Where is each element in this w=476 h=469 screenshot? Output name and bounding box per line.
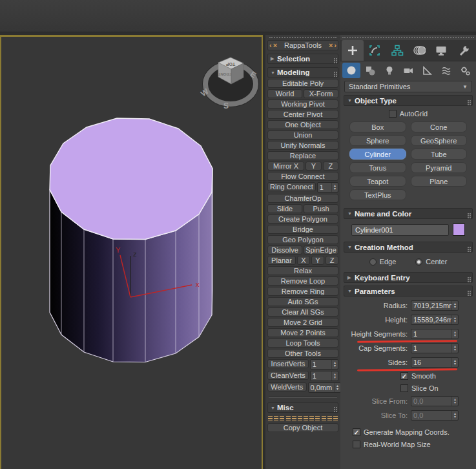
misc-icon[interactable] xyxy=(304,415,308,421)
scroll-left-icon[interactable]: ‹ xyxy=(269,41,272,49)
bridge-button[interactable]: Bridge xyxy=(267,225,338,234)
viewcube-front-label[interactable]: FRONT xyxy=(218,72,231,76)
misc-icon[interactable] xyxy=(309,415,314,421)
cleanverts-spinner[interactable]: 1 ▴▾ xyxy=(310,371,338,381)
misc-icon[interactable] xyxy=(268,415,273,421)
editable-poly-button[interactable]: Editable Poly xyxy=(267,79,338,88)
scroll-right-icon[interactable]: › xyxy=(334,41,336,49)
rollout-grip-icon[interactable] xyxy=(468,277,469,278)
cone-button[interactable]: Cone xyxy=(411,121,468,132)
slice-from-spinner[interactable]: 0,0 ▴▾ xyxy=(411,396,459,406)
generate-mapping-checkbox[interactable]: ✓ xyxy=(353,428,360,436)
move-2-points-button[interactable]: Move 2 Points xyxy=(267,328,338,337)
working-pivot-button[interactable]: Working Pivot xyxy=(267,99,338,109)
spinner-arrows-icon[interactable]: ▴▾ xyxy=(331,183,338,192)
world-button[interactable]: World xyxy=(267,89,302,98)
spinner-arrows-icon[interactable]: ▴▾ xyxy=(451,315,458,324)
spinner-arrows-icon[interactable]: ▴▾ xyxy=(451,397,458,406)
insertverts-spinner[interactable]: 1 ▴▾ xyxy=(310,359,338,370)
planar-y-button[interactable]: Y xyxy=(311,256,324,265)
category-lights[interactable] xyxy=(380,63,398,78)
torus-button[interactable]: Torus xyxy=(349,162,406,173)
dissolve-button[interactable]: Dissolve xyxy=(267,245,302,255)
collapse-all-icon[interactable]: × xyxy=(273,41,277,49)
rollout-grip-icon[interactable] xyxy=(468,291,469,292)
copy-object-button[interactable]: Copy Object xyxy=(267,423,338,432)
category-space-warps[interactable] xyxy=(437,63,455,78)
rollout-grip-icon[interactable] xyxy=(334,72,335,73)
planar-button[interactable]: Planar xyxy=(267,256,296,265)
height-segments-spinner[interactable]: 1 ▴▾ xyxy=(411,329,459,339)
close-icon[interactable]: × xyxy=(329,41,333,49)
misc-icon[interactable] xyxy=(298,415,302,421)
spinner-arrows-icon[interactable]: ▴▾ xyxy=(451,411,458,420)
tab-motion[interactable] xyxy=(408,40,430,61)
replace-button[interactable]: Replace xyxy=(267,151,338,160)
chamferop-button[interactable]: ChamferOp xyxy=(267,194,338,203)
slice-on-checkbox[interactable] xyxy=(400,384,408,392)
parameters-header[interactable]: ▼ Parameters xyxy=(344,286,473,297)
ring-connect-spinner[interactable]: 1 ▴▾ xyxy=(317,182,338,193)
spinner-arrows-icon[interactable]: ▴▾ xyxy=(451,301,458,310)
viewcube-top-label[interactable]: TOP xyxy=(226,62,236,67)
center-pivot-button[interactable]: Center Pivot xyxy=(267,110,338,119)
planar-z-button[interactable]: Z xyxy=(326,256,338,265)
relax-button[interactable]: Relax xyxy=(267,266,338,275)
flow-connect-button[interactable]: Flow Connect xyxy=(267,172,338,181)
spinner-arrows-icon[interactable]: ▴▾ xyxy=(451,329,458,339)
slide-button[interactable]: Slide xyxy=(267,204,302,213)
height-spinner[interactable]: 15589,246mm ▴▾ xyxy=(411,315,459,325)
rollout-selection[interactable]: ▶ Selection xyxy=(267,54,338,64)
cylinder-button[interactable]: Cylinder xyxy=(349,149,406,160)
tab-utilities[interactable] xyxy=(453,40,475,61)
tab-create[interactable] xyxy=(342,40,364,61)
spinner-arrows-icon[interactable]: ▴▾ xyxy=(334,383,340,392)
spinedge-button[interactable]: SpinEdge xyxy=(304,245,338,255)
object-color-swatch[interactable] xyxy=(453,224,465,236)
misc-icon[interactable] xyxy=(327,415,332,421)
cleanverts-button[interactable]: CleanVerts xyxy=(267,371,309,380)
auto-sgs-button[interactable]: Auto SGs xyxy=(267,297,338,306)
misc-icon[interactable] xyxy=(274,415,278,421)
move-2-grid-button[interactable]: Move 2 Grid xyxy=(267,318,338,327)
viewport-perspective[interactable]: x Y z W S E TOP FRONT xyxy=(0,35,263,469)
primitives-dropdown[interactable]: Standard Primitives ▼ xyxy=(344,81,472,92)
ring-connect-button[interactable]: Ring Connect xyxy=(267,182,316,191)
object-type-header[interactable]: ▼ Object Type xyxy=(344,95,473,106)
weldverts-button[interactable]: WeldVerts xyxy=(267,382,307,391)
loop-tools-button[interactable]: Loop Tools xyxy=(267,339,338,348)
tube-button[interactable]: Tube xyxy=(411,149,468,160)
one-object-button[interactable]: One Object xyxy=(267,120,338,129)
rollout-grip-icon[interactable] xyxy=(468,100,469,101)
remove-loop-button[interactable]: Remove Loop xyxy=(267,276,338,286)
misc-icon[interactable] xyxy=(286,415,291,421)
keyboard-entry-header[interactable]: ▶ Keyboard Entry xyxy=(344,272,473,283)
rollout-misc[interactable]: ▼ Misc xyxy=(267,402,338,413)
box-button[interactable]: Box xyxy=(349,121,406,132)
create-polygon-button[interactable]: Create Polygon xyxy=(267,214,338,224)
spinner-arrows-icon[interactable]: ▴▾ xyxy=(331,360,338,369)
center-radio[interactable]: Center xyxy=(415,258,447,266)
viewcube[interactable]: W S E TOP FRONT xyxy=(199,57,259,110)
spinner-arrows-icon[interactable]: ▴▾ xyxy=(451,358,458,367)
push-button[interactable]: Push xyxy=(304,204,338,213)
compass-south-label[interactable]: S xyxy=(223,101,229,110)
cylinder-object[interactable] xyxy=(50,118,212,362)
category-shapes[interactable] xyxy=(361,63,379,78)
rollout-grip-icon[interactable] xyxy=(334,58,335,59)
tab-display[interactable] xyxy=(430,40,452,61)
misc-icon[interactable] xyxy=(315,415,320,421)
sphere-button[interactable]: Sphere xyxy=(349,135,406,146)
category-systems[interactable] xyxy=(456,63,474,78)
mirror-z-button[interactable]: Z xyxy=(323,162,338,171)
category-helpers[interactable] xyxy=(418,63,436,78)
cap-segments-spinner[interactable]: 1 ▴▾ xyxy=(411,343,459,353)
planar-x-button[interactable]: X xyxy=(297,256,310,265)
panel-drag-grip[interactable] xyxy=(269,37,336,38)
weldverts-spinner[interactable]: 0,0mm ▴▾ xyxy=(308,382,341,393)
edge-radio[interactable]: Edge xyxy=(369,258,397,266)
unify-normals-button[interactable]: Unify Normals xyxy=(267,141,338,150)
object-name-field[interactable]: Cylinder001 xyxy=(351,224,449,236)
misc-icon[interactable] xyxy=(322,415,326,421)
tab-modify[interactable] xyxy=(364,40,386,61)
